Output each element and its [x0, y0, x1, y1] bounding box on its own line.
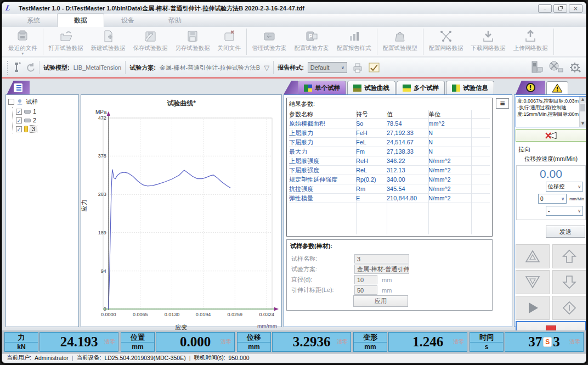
- tab-multi-specimen[interactable]: 多个试样: [397, 81, 445, 94]
- clear-displacement-button[interactable]: 清零: [337, 338, 348, 346]
- specimen-scheme-field[interactable]: 金属-棒材-普通引伸计-拉: [354, 265, 409, 274]
- ribbon-toolbar: 最近的文件 ▼ 打开试验数据 新建试验数据 保存试验数据 另存试验数据 关闭文件…: [2, 27, 586, 57]
- scroll-down-icon[interactable]: ▼: [580, 121, 586, 127]
- test-curve-icon: [353, 85, 361, 92]
- table-row[interactable]: 原始横截面积So78.54mm^2: [289, 119, 490, 128]
- add-specimen-icon[interactable]: [13, 61, 21, 74]
- svg-text:472: 472: [98, 115, 106, 121]
- download-network-button[interactable]: 下载网络数据: [467, 27, 510, 57]
- jog-up-button[interactable]: [552, 244, 586, 268]
- jog-fast-down-button[interactable]: [516, 270, 550, 294]
- upload-icon: [523, 29, 538, 43]
- print-icon[interactable]: [351, 61, 364, 74]
- send-button[interactable]: 发送: [546, 226, 585, 238]
- menu-help[interactable]: 帮助: [151, 14, 199, 27]
- checkbox-checked[interactable]: ✓: [16, 109, 22, 115]
- checkbox-checked[interactable]: ✓: [16, 117, 22, 123]
- specimen-list-icon: [14, 83, 22, 92]
- speed-select[interactable]: 0∨: [538, 194, 567, 204]
- tab-alarm-active[interactable]: !: [516, 81, 545, 94]
- warning-triangle-icon: [552, 83, 563, 93]
- table-row[interactable]: 上屈服力FeH27,192.33N: [289, 128, 490, 138]
- panel-menu-button[interactable]: ≡: [496, 98, 509, 109]
- return-center-button[interactable]: [552, 296, 586, 320]
- svg-text:94: 94: [101, 268, 106, 274]
- config-report-button[interactable]: 配置报告样式: [333, 27, 375, 57]
- tree-root-specimen[interactable]: 试样: [7, 97, 77, 107]
- jog-down-button[interactable]: [552, 270, 586, 294]
- status-bar: 当前用户: Administrator | 当前设备: LD25.504.201…: [2, 353, 586, 362]
- manage-scheme-button[interactable]: 管理试验方案: [248, 27, 291, 57]
- open-data-button[interactable]: 打开试验数据: [45, 27, 87, 57]
- message-scrollbar[interactable]: ▲ ▼: [579, 97, 586, 127]
- mute-alarm-button[interactable]: [516, 129, 586, 142]
- tree-item-3-selected[interactable]: ✓ 3: [15, 125, 77, 133]
- chart-plot-area[interactable]: 0.00000.00650.01300.01940.02590.03240941…: [83, 110, 280, 321]
- tree-item-2[interactable]: ✓ 2: [15, 116, 77, 125]
- run-button[interactable]: [516, 296, 550, 320]
- config-network-button[interactable]: 配置网络数据: [425, 27, 467, 57]
- new-data-button[interactable]: 新建试验数据: [87, 27, 129, 57]
- table-row[interactable]: 下屈服强度ReL312.13N/mm^2: [289, 166, 490, 175]
- tab-test-info[interactable]: 试验信息: [446, 81, 494, 94]
- control-mode-select[interactable]: 位移控∨: [546, 182, 583, 192]
- minimize-button[interactable]: –: [538, 4, 552, 13]
- restore-button[interactable]: [553, 4, 567, 13]
- offline-icon[interactable]: [548, 60, 564, 75]
- displacement-value: 3.2936: [293, 334, 331, 350]
- close-button[interactable]: ×: [569, 4, 583, 13]
- toolbar-grip[interactable]: [7, 60, 9, 75]
- clear-position-button[interactable]: 清零: [220, 338, 231, 346]
- table-header-row: 参数名称 符号 值 单位: [289, 110, 490, 119]
- gauge-length-field[interactable]: 50: [354, 285, 377, 295]
- diameter-field[interactable]: 10: [354, 275, 377, 284]
- specimen-name-field[interactable]: 3: [354, 254, 409, 263]
- tab-test-curve[interactable]: 试验曲线: [347, 81, 395, 94]
- aux-select[interactable]: -∨: [546, 206, 583, 216]
- tree-item-1[interactable]: ✓ 1: [15, 107, 77, 116]
- settings-gear-icon[interactable]: [568, 61, 581, 74]
- table-row[interactable]: 弹性模量E210,844.80N/mm^2: [289, 194, 490, 203]
- alarm-exclamation-icon: !: [526, 83, 535, 92]
- table-row[interactable]: 最大力Fm27,138.33N: [289, 147, 490, 156]
- refresh-icon[interactable]: [25, 63, 35, 72]
- config-model-button[interactable]: 配置试验模型: [379, 27, 421, 57]
- close-file-icon: [222, 29, 236, 43]
- menu-device[interactable]: 设备: [104, 14, 151, 27]
- clear-force-button[interactable]: 清零: [104, 338, 115, 346]
- speed-control-box: 0.00 位移控∨ 0∨ mm/Min -∨: [516, 165, 586, 220]
- close-file-button[interactable]: 关闭文件: [214, 27, 245, 57]
- table-row[interactable]: 抗拉强度Rm345.54N/mm^2: [289, 184, 490, 194]
- table-row[interactable]: 规定塑性延伸强度Rp(0.2)340.00N/mm^2: [289, 175, 490, 184]
- scheme-filter-icon[interactable]: ▽: [264, 64, 269, 72]
- machine-icon[interactable]: [529, 60, 544, 75]
- clear-time-button[interactable]: 清零: [569, 338, 580, 346]
- scroll-up-icon[interactable]: ▲: [580, 97, 586, 103]
- measurement-bar: 力kN 24.193清零 位置mm 0.000清零 位移mm 3.2936清零 …: [2, 330, 586, 353]
- clear-deformation-button[interactable]: 清零: [453, 338, 464, 346]
- scheme-label: 试验方案:: [129, 64, 156, 72]
- jog-fast-up-button[interactable]: [516, 244, 550, 268]
- results-table[interactable]: 参数名称 符号 值 单位 原始横截面积So78.54mm^2 上屈服力FeH27…: [289, 110, 490, 234]
- tab-warning[interactable]: [546, 81, 568, 94]
- config-scheme-button[interactable]: P 配置试验方案: [291, 27, 333, 57]
- menu-system[interactable]: 系统: [10, 14, 57, 27]
- save-as-data-button[interactable]: 另存试验数据: [172, 27, 214, 57]
- table-row[interactable]: 下屈服力FeL24,514.67N: [289, 138, 490, 147]
- toolbar-separator: [43, 29, 43, 55]
- recent-files-button[interactable]: 最近的文件 ▼: [4, 27, 41, 57]
- tab-single-specimen[interactable]: 单个试样: [298, 81, 346, 94]
- checkbox-unchecked[interactable]: [8, 99, 14, 105]
- separator: [273, 61, 274, 74]
- save-data-button[interactable]: 保存试验数据: [129, 27, 172, 57]
- table-row[interactable]: 上屈服强度ReH346.22N/mm^2: [289, 156, 490, 166]
- scrollbar-thumb[interactable]: [580, 104, 585, 111]
- checkbox-checked[interactable]: ✓: [16, 126, 22, 132]
- menu-data[interactable]: 数据: [57, 13, 104, 27]
- report-check-icon[interactable]: [368, 61, 380, 74]
- report-style-select[interactable]: Default ∨: [308, 62, 347, 73]
- toolbar-label: 管理试验方案: [252, 44, 287, 52]
- apply-button[interactable]: 应用: [353, 295, 408, 307]
- tree-tab[interactable]: [7, 81, 30, 95]
- upload-network-button[interactable]: 上传网络数据: [510, 27, 552, 57]
